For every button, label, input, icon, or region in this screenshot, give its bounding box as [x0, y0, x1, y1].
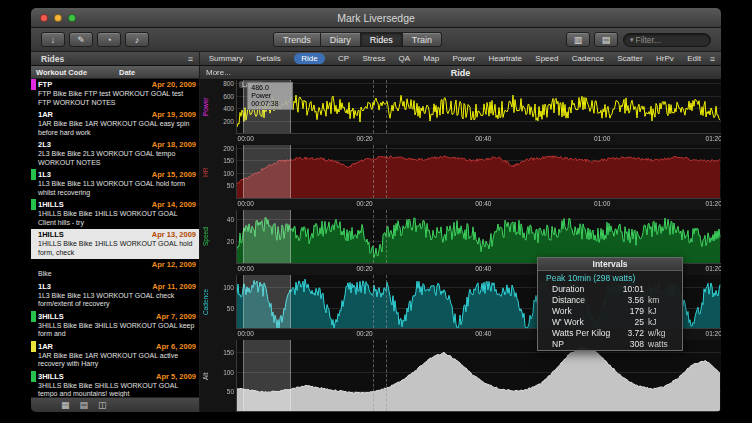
heartrate-x-axis: 00:0000:2000:4001:0001:20 [236, 199, 721, 210]
ride-list-item[interactable]: 3HILLSApr 7, 20093HILLS Bike Bike 3HILLS… [31, 311, 199, 341]
power-chart[interactable]: Power200400600800Lap 1486.0 Power00:07:3… [200, 80, 721, 134]
tabs-menu-icon[interactable]: ≡ [710, 54, 721, 64]
workout-date: Apr 18, 2009 [152, 140, 199, 149]
cadence-xtick: 00:40 [475, 330, 491, 337]
interval-marker-line [373, 210, 374, 263]
heartrate-plot[interactable] [236, 145, 721, 199]
heartrate-canvas [237, 145, 721, 198]
edit-button[interactable]: ✎ [69, 32, 93, 47]
speaker-button[interactable]: ♪ [125, 32, 149, 47]
view-tab-train[interactable]: Train [403, 32, 442, 47]
altitude-ytick: 50 [227, 388, 234, 395]
selection-region[interactable] [243, 275, 291, 328]
chart-layout-toggle-button[interactable]: ▤ [594, 32, 618, 47]
workout-date: Apr 19, 2009 [152, 110, 199, 119]
ride-list-item[interactable]: 1L3Apr 11, 20091L3 Bike Bike 1L3 WORKOUT… [31, 281, 199, 311]
cadence-xtick: 00:00 [238, 330, 254, 337]
list-column-headers[interactable]: Workout Code Date [31, 66, 199, 79]
interval-marker-line [373, 145, 374, 198]
interval-selected[interactable]: Peak 10min (298 watts) [538, 271, 682, 284]
speed-xtick: 00:20 [356, 265, 372, 272]
ride-list-item[interactable]: 1ARApr 6, 20091AR Bike Bike 1AR WORKOUT … [31, 341, 199, 371]
selection-region[interactable] [243, 145, 291, 198]
calendar-icon[interactable]: ◫ [98, 400, 107, 410]
workout-desc: FTP Bike Bike FTP test WORKOUT GOAL test… [31, 90, 199, 109]
workout-color-strip [31, 199, 36, 210]
power-ytick: 800 [223, 80, 234, 87]
interval-marker-line [386, 275, 387, 328]
ride-list-item[interactable]: 3HILLSApr 5, 20093HILLS Bike Bike SHILLS… [31, 371, 199, 398]
sidebar-header: Rides ≡ [31, 52, 200, 65]
power-cursor-tooltip: 486.0 Power00:07:38 [247, 82, 293, 110]
tab-edit[interactable]: Edit [687, 54, 701, 63]
window-controls [40, 14, 76, 22]
workout-code: 1AR [38, 110, 53, 119]
speed-chart[interactable]: Speed2040 [200, 210, 721, 264]
selection-region[interactable] [243, 340, 291, 411]
tab-stress[interactable]: Stress [363, 54, 386, 63]
chart-title: Ride [200, 68, 721, 78]
filter-box[interactable]: ▾ [623, 33, 711, 47]
filter-dropdown-icon[interactable]: ▾ [630, 36, 634, 44]
workout-desc: Bike [31, 270, 199, 281]
cadence-ytick: 50 [227, 305, 234, 312]
speed-plot[interactable] [236, 210, 721, 264]
tab-power[interactable]: Power [452, 54, 475, 63]
power-x-axis: 00:0000:2000:4001:0001:20 [236, 134, 721, 145]
heartrate-xtick: 00:20 [356, 200, 372, 207]
view-switcher: TrendsDiaryRidesTrain [273, 32, 442, 47]
grid-view-icon[interactable]: ▦ [61, 400, 70, 410]
ride-list-item[interactable]: Apr 12, 2009Bike [31, 259, 199, 281]
tab-scatter[interactable]: Scatter [617, 54, 642, 63]
tab-cp[interactable]: CP [338, 54, 349, 63]
power-plot[interactable]: Lap 1486.0 Power00:07:38 [236, 80, 721, 134]
sidebar-toggle-button[interactable]: ▥ [566, 32, 590, 47]
workout-desc: 2L3 Bike Bike 2L3 WORKOUT GOAL tempo WOR… [31, 150, 199, 169]
column-date[interactable]: Date [119, 68, 135, 77]
interval-stat-row: Distance3.56km [538, 295, 682, 306]
folder-icon[interactable]: ▤ [80, 400, 89, 410]
tab-heartrate[interactable]: Heartrate [489, 54, 522, 63]
tab-hrpv[interactable]: HrPv [656, 54, 674, 63]
close-button[interactable] [40, 14, 48, 22]
tab-map[interactable]: Map [424, 54, 440, 63]
workout-code: FTP [38, 80, 52, 89]
minimize-button[interactable] [54, 14, 62, 22]
view-tab-rides[interactable]: Rides [361, 32, 403, 47]
view-tab-trends[interactable]: Trends [273, 32, 321, 47]
toolbar-right-group: ▥▤ [566, 32, 618, 47]
ride-list-item[interactable]: 2L3Apr 18, 20092L3 Bike Bike 2L3 WORKOUT… [31, 139, 199, 169]
tab-details[interactable]: Details [256, 54, 280, 63]
tab-summary[interactable]: Summary [209, 54, 243, 63]
ride-list-item[interactable]: FTPApr 20, 2009FTP Bike Bike FTP test WO… [31, 79, 199, 109]
heartrate-xtick: 00:00 [238, 200, 254, 207]
intervals-title: Intervals [538, 258, 682, 271]
tab-qa[interactable]: QA [399, 54, 411, 63]
selection-region[interactable] [243, 210, 291, 263]
zoom-button[interactable] [68, 14, 76, 22]
timer-button[interactable]: ◔ [97, 32, 121, 47]
interval-marker-line [386, 210, 387, 263]
tab-speed[interactable]: Speed [535, 54, 558, 63]
speed-xtick: 01:20 [706, 265, 721, 272]
titlebar[interactable]: Mark Liversedge [31, 8, 721, 28]
column-workout-code[interactable]: Workout Code [31, 68, 119, 77]
tab-ride[interactable]: Ride [294, 53, 324, 64]
sidebar-title: Rides [41, 54, 64, 64]
workout-desc: 1L3 Bike Bike 1L3 WORKOUT GOAL check for… [31, 292, 199, 311]
download-button[interactable]: ↓ [41, 32, 65, 47]
ride-list-item[interactable]: 1HILLSApr 13, 20091HILLS Bike Bike 1HILL… [31, 229, 199, 259]
tab-cadence[interactable]: Cadence [572, 54, 604, 63]
filter-input[interactable] [636, 35, 704, 45]
view-tab-diary[interactable]: Diary [321, 32, 361, 47]
more-link[interactable]: More... [200, 68, 231, 77]
ride-list-item[interactable]: 1ARApr 19, 20091AR Bike Bike 1AR WORKOUT… [31, 109, 199, 139]
toolbar-left-group: ↓✎◔♪ [41, 32, 149, 47]
ride-list-item[interactable]: 1HILLSApr 14, 20091HILLS Bike Bike 1HILL… [31, 199, 199, 229]
heartrate-chart[interactable]: HR50100150200 [200, 145, 721, 199]
workout-date: Apr 12, 2009 [152, 260, 199, 269]
tabs-band: Rides ≡ SummaryDetailsRideCPStressQAMapP… [31, 52, 721, 66]
sidebar-menu-icon[interactable]: ≡ [188, 54, 193, 64]
heartrate-xtick: 00:40 [475, 200, 491, 207]
ride-list-item[interactable]: 1L3Apr 15, 20091L3 Bike Bike 1L3 WORKOUT… [31, 169, 199, 199]
